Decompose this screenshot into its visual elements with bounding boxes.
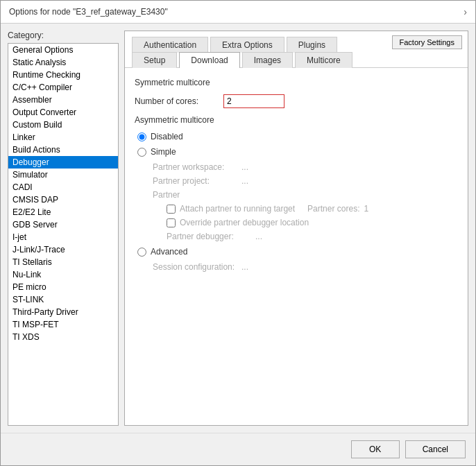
partner-row: Partner — [153, 190, 458, 200]
number-of-cores-label: Number of cores: — [135, 96, 218, 106]
category-list: General Options Static Analysis Runtime … — [8, 43, 119, 426]
partner-project-label: Partner project: — [153, 176, 236, 186]
sidebar-item-gdb-server[interactable]: GDB Server — [8, 218, 118, 231]
dialog-body: Category: General Options Static Analysi… — [1, 24, 475, 433]
sidebar-item-third-party-driver[interactable]: Third-Party Driver — [8, 306, 118, 318]
ok-button[interactable]: OK — [351, 440, 400, 458]
partner-cores-value: 1 — [364, 204, 368, 214]
sidebar-item-pe-micro[interactable]: PE micro — [8, 281, 118, 293]
attach-partner-label: Attach partner to running target — [180, 204, 295, 214]
sidebar-item-assembler[interactable]: Assembler — [8, 94, 118, 106]
session-config-ellipsis[interactable]: ... — [241, 262, 248, 272]
radio-simple-item: Simple — [137, 147, 458, 157]
title-bar: Options for node "E3_ref_gateway_E3430" … — [1, 1, 475, 24]
radio-simple-label: Simple — [151, 147, 176, 157]
partner-workspace-label: Partner workspace: — [153, 162, 236, 172]
partner-workspace-row: Partner workspace: ... — [153, 162, 458, 172]
partner-debugger-ellipsis[interactable]: ... — [255, 232, 262, 241]
sidebar-item-ti-xds[interactable]: TI XDS — [8, 331, 118, 343]
sidebar-item-custom-build[interactable]: Custom Build — [8, 119, 118, 131]
session-config-row: Session configuration: ... — [153, 262, 458, 272]
sidebar-item-general-options[interactable]: General Options — [8, 44, 118, 56]
radio-advanced[interactable] — [137, 248, 146, 257]
tab-setup[interactable]: Setup — [132, 52, 177, 68]
sidebar-item-cpp-compiler[interactable]: C/C++ Compiler — [8, 81, 118, 94]
asymmetric-multicore-label: Asymmetric multicore — [135, 115, 458, 125]
sidebar: Category: General Options Static Analysi… — [8, 31, 119, 426]
category-label: Category: — [8, 31, 119, 40]
main-content: Factory Settings Authentication Extra Op… — [124, 31, 468, 426]
partner-project-row: Partner project: ... — [153, 176, 458, 186]
sidebar-item-ti-stellaris[interactable]: TI Stellaris — [8, 256, 118, 268]
content-area: Symmetric multicore Number of cores: Asy… — [125, 68, 468, 425]
session-config-label: Session configuration: — [153, 262, 236, 272]
symmetric-multicore-label: Symmetric multicore — [135, 78, 458, 87]
partner-project-ellipsis[interactable]: ... — [241, 176, 248, 186]
partner-label: Partner — [153, 190, 236, 200]
override-partner-label: Override partner debugger location — [180, 218, 309, 227]
tab-extra-options[interactable]: Extra Options — [210, 37, 284, 53]
sidebar-item-ti-msp-fet[interactable]: TI MSP-FET — [8, 318, 118, 331]
sidebar-item-runtime-checking[interactable]: Runtime Checking — [8, 69, 118, 81]
sidebar-item-i-jet[interactable]: I-jet — [8, 231, 118, 243]
radio-simple[interactable] — [137, 148, 146, 157]
dialog-title: Options for node "E3_ref_gateway_E3430" — [9, 7, 168, 17]
radio-advanced-item: Advanced — [137, 247, 458, 257]
override-partner-row: Override partner debugger location — [167, 218, 458, 227]
partner-debugger-row: Partner debugger: ... — [167, 232, 458, 241]
radio-disabled-label: Disabled — [151, 132, 183, 141]
partner-workspace-ellipsis[interactable]: ... — [241, 162, 248, 172]
sidebar-item-cmsis-dap[interactable]: CMSIS DAP — [8, 193, 118, 206]
sidebar-item-nu-link[interactable]: Nu-Link — [8, 268, 118, 281]
sidebar-item-linker[interactable]: Linker — [8, 131, 118, 144]
tab-plugins[interactable]: Plugins — [287, 37, 337, 53]
override-partner-checkbox[interactable] — [167, 218, 176, 227]
tab-row-2: Setup Download Images Multicore — [132, 52, 461, 68]
number-of-cores-row: Number of cores: — [135, 94, 458, 108]
partner-cores-label: Partner cores: — [307, 204, 359, 214]
sidebar-item-jlink-jtrace[interactable]: J-Link/J-Trace — [8, 243, 118, 256]
partner-debugger-label: Partner debugger: — [167, 232, 250, 241]
sidebar-item-output-converter[interactable]: Output Converter — [8, 106, 118, 119]
simple-sub-options: Partner workspace: ... Partner project: … — [137, 162, 458, 241]
dialog: Options for node "E3_ref_gateway_E3430" … — [0, 0, 476, 466]
sidebar-item-debugger[interactable]: Debugger — [8, 156, 118, 169]
number-of-cores-input[interactable] — [223, 94, 284, 108]
tab-multicore[interactable]: Multicore — [295, 52, 352, 68]
sidebar-item-e2-e2-lite[interactable]: E2/E2 Lite — [8, 206, 118, 218]
sidebar-item-cadi[interactable]: CADI — [8, 181, 118, 193]
factory-settings-button[interactable]: Factory Settings — [392, 35, 462, 49]
attach-partner-checkbox[interactable] — [167, 205, 176, 214]
radio-disabled-item: Disabled — [137, 132, 458, 141]
sidebar-item-st-link[interactable]: ST-LINK — [8, 293, 118, 306]
tab-images[interactable]: Images — [242, 52, 293, 68]
radio-advanced-label: Advanced — [151, 247, 187, 257]
close-icon[interactable]: › — [464, 6, 467, 17]
sidebar-item-build-actions[interactable]: Build Actions — [8, 144, 118, 156]
dialog-footer: OK Cancel — [1, 433, 475, 465]
tab-authentication[interactable]: Authentication — [132, 37, 208, 53]
cancel-button[interactable]: Cancel — [405, 440, 466, 458]
sidebar-item-static-analysis[interactable]: Static Analysis — [8, 56, 118, 69]
attach-partner-row: Attach partner to running target Partner… — [167, 204, 458, 214]
radio-disabled[interactable] — [137, 132, 146, 141]
advanced-sub-options: Session configuration: ... — [137, 262, 458, 272]
sidebar-item-simulator[interactable]: Simulator — [8, 169, 118, 181]
tab-download[interactable]: Download — [179, 52, 239, 68]
radio-group: Disabled Simple Partner workspace: ... — [135, 132, 458, 272]
